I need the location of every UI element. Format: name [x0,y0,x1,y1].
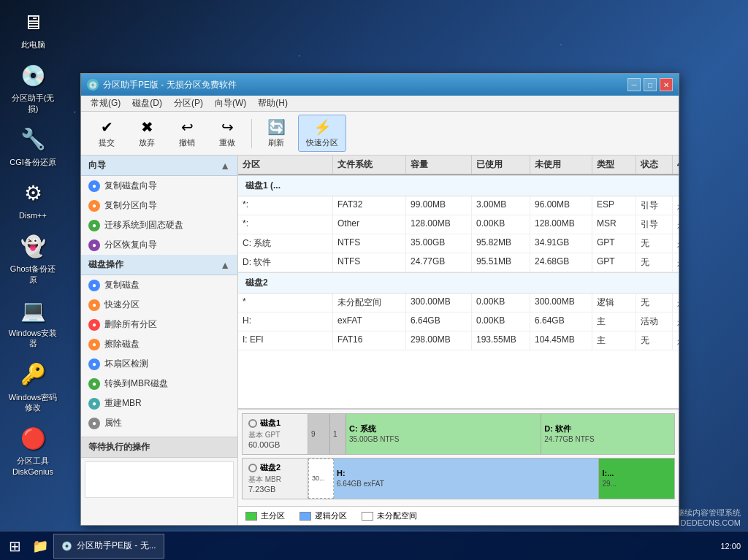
disk1-c-block[interactable]: C: 系统 35.00GB NTFS [346,414,541,454]
wizard-collapse-button[interactable]: ▲ [220,160,230,172]
legend-primary-color [245,512,257,521]
disk2-visual-row[interactable]: 磁盘2 基本 MBR 7.23GB 30... [242,458,675,499]
maximize-button[interactable]: □ [644,78,657,91]
table-row[interactable]: *: FAT32 99.00MB 3.00MB 96.00MB ESP 引导 是 [238,196,679,215]
sidebar-item-recover-partition[interactable]: ● 分区恢复向导 [81,235,237,255]
cell-align: 是 [673,234,679,253]
disk2-i-block[interactable]: I:... 29... [599,459,674,499]
disk2-i-info: 29... [602,479,671,489]
discard-button[interactable]: ✖ 放弃 [129,115,165,152]
sidebar-item-copy-partition[interactable]: ● 复制分区向导 [81,196,237,215]
sidebar-item-migrate-ssd[interactable]: ● 迁移系统到固态硬盘 [81,215,237,235]
wipe-disk-icon: ● [88,339,100,350]
discard-icon: ✖ [141,118,153,136]
sidebar-item-copy-disk-op[interactable]: ● 复制磁盘 [81,275,237,295]
diskgenius-label: 分区工具DiskGenius [7,456,58,477]
disk1-d-block[interactable]: D: 软件 24.77GB NTFS [541,414,674,454]
disk2-h-name: H: [337,468,595,479]
cell-capacity: 128.00MB [406,215,472,234]
table-row[interactable]: D: 软件 NTFS 24.77GB 95.51MB 24.68GB GPT 无… [238,253,679,272]
legend-unalloc: 未分配空间 [362,510,417,521]
sidebar-item-properties[interactable]: ● 属性 [81,413,237,433]
sidebar-item-delete-all-partitions[interactable]: ● 删除所有分区 [81,315,237,334]
disk1-c-name: C: 系统 [349,423,538,434]
right-panel: 分区 文件系统 容量 已使用 未使用 类型 状态 4KB对齐 磁盘1 (... … [238,156,679,525]
submit-label: 提交 [99,137,115,148]
partition-table[interactable]: 分区 文件系统 容量 已使用 未使用 类型 状态 4KB对齐 磁盘1 (... … [238,156,679,408]
disk2-name-text: 磁盘2 [260,462,280,473]
table-row[interactable]: *: Other 128.00MB 0.00KB 128.00MB MSR 引导… [238,215,679,234]
menu-general[interactable]: 常规(G) [85,96,126,111]
menu-disk[interactable]: 磁盘(D) [126,96,168,111]
submit-button[interactable]: ✔ 提交 [88,115,125,152]
desktop-icon-windows-pwd[interactable]: 🔑 Windows密码修改 [7,360,58,413]
redo-icon: ↪ [221,118,234,136]
cell-capacity: 6.64GB [406,312,472,331]
cell-used: 0.00KB [472,215,530,234]
cell-free: 6.64GB [530,312,592,331]
menu-partition[interactable]: 分区(P) [168,96,209,111]
table-row[interactable]: * 未分配空间 300.00MB 0.00KB 300.00MB 逻辑 无 是 [238,294,679,312]
desktop-icons-container: 🖥 此电脑 💿 分区助手(无损) 🔧 CGI备份还原 ⚙ Dism++ 👻 Gh… [7,7,58,477]
disk-ops-collapse-button[interactable]: ▲ [220,259,230,271]
sidebar-item-rebuild-mbr[interactable]: ● 重建MBR [81,394,237,413]
desktop-icon-ghost[interactable]: 👻 Ghost备份还原 [7,231,58,285]
start-button[interactable]: ⊞ [0,532,29,561]
table-row[interactable]: I: EFI FAT16 298.00MB 193.55MB 104.45MB … [238,331,679,350]
desktop-icon-diskgenius[interactable]: 🔴 分区工具DiskGenius [7,423,58,477]
sidebar-item-convert-to-mbr[interactable]: ● 转换到MBR磁盘 [81,374,237,394]
desktop-icon-dism[interactable]: ⚙ Dism++ [7,178,58,220]
cell-free: 300.00MB [530,294,592,312]
cell-status: 引导 [636,196,673,215]
disk1-esp-block[interactable]: 9 [308,414,330,454]
title-bar: 💿 分区助手PE版 - 无损分区免费软件 ─ □ ✕ [81,74,679,96]
disk1-partitions-visual: 9 1 C: 系统 35.00GB NTFS [308,414,674,454]
col-partition: 分区 [238,156,333,174]
quick-partition-op-label: 快速分区 [104,299,140,311]
cell-status: 无 [636,234,673,253]
diskgenius-icon: 🔴 [18,423,47,453]
cell-type: GPT [592,253,636,272]
desktop-icon-partition-assistant[interactable]: 💿 分区助手(无损) [7,61,58,114]
cell-partition: C: 系统 [238,234,333,253]
taskbar-app-title: 分区助手PE版 - 无... [77,540,156,552]
close-button[interactable]: ✕ [660,78,673,91]
disk1-name: 磁盘1 [248,418,302,429]
window-controls: ─ □ ✕ [627,78,673,91]
quick-partition-icon: ⚡ [313,118,332,136]
sidebar-item-wipe-disk[interactable]: ● 擦除磁盘 [81,334,237,354]
disk-ops-section: 磁盘操作 ▲ ● 复制磁盘 ● 快速分区 ● 删除所有分区 [81,255,237,433]
file-manager-button[interactable]: 📁 [29,532,51,561]
undo-button[interactable]: ↩ 撤销 [169,115,205,152]
menu-wizard[interactable]: 向导(W) [209,96,252,111]
quick-partition-op-icon: ● [88,299,100,311]
disk2-h-block[interactable]: H: 6.64GB exFAT [334,459,599,499]
disk2-h-info: 6.64GB exFAT [337,479,595,489]
taskbar-time: 12:00 [720,542,741,551]
disk-ops-section-title: 磁盘操作 [88,258,123,271]
disk2-unalloc-block[interactable]: 30... [308,459,334,499]
desktop-icon-this-pc[interactable]: 🖥 此电脑 [7,7,58,50]
cell-type: ESP [592,196,636,215]
disk1-esp-label: 9 [311,429,327,440]
minimize-button[interactable]: ─ [627,78,641,91]
quick-partition-button[interactable]: ⚡ 快速分区 [298,115,346,152]
desktop-icon-windows-installer[interactable]: 💻 Windows安装器 [7,296,58,349]
redo-button[interactable]: ↪ 重做 [209,115,245,152]
table-row[interactable]: H: exFAT 6.64GB 0.00KB 6.64GB 主 活动 是 [238,312,679,331]
taskbar-app-item[interactable]: 💿 分区助手PE版 - 无... [53,534,164,559]
table-row[interactable]: C: 系统 NTFS 35.00GB 95.82MB 34.91GB GPT 无… [238,234,679,253]
cell-fs: exFAT [333,312,406,331]
col-align: 4KB对齐 [673,156,679,174]
refresh-button[interactable]: 🔄 刷新 [258,115,294,152]
desktop-icon-cgi-backup[interactable]: 🔧 CGI备份还原 [7,125,58,167]
disk1-visual-row[interactable]: 磁盘1 基本 GPT 60.00GB 9 1 [242,413,675,455]
sidebar-item-copy-disk[interactable]: ● 复制磁盘向导 [81,176,237,196]
sidebar-item-bad-sector-check[interactable]: ● 坏扇区检测 [81,354,237,374]
disk1-msr-block[interactable]: 1 [330,414,346,454]
delete-all-partitions-label: 删除所有分区 [104,318,157,331]
disk1-circle-icon [248,419,257,428]
sidebar-item-quick-partition-op[interactable]: ● 快速分区 [81,295,237,315]
menu-help[interactable]: 帮助(H) [252,96,294,111]
cell-used: 0.00KB [472,312,530,331]
